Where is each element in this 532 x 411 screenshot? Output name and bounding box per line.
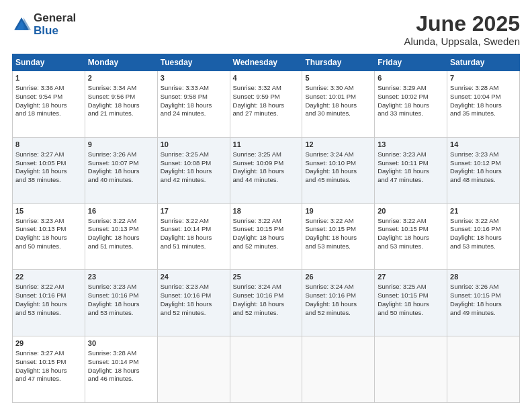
day-info-line: Sunrise: 3:28 AM bbox=[450, 84, 517, 93]
day-info-line: Daylight: 18 hours bbox=[161, 101, 227, 110]
day-number: 27 bbox=[378, 272, 444, 282]
day-info-line: and 45 minutes. bbox=[305, 176, 371, 185]
day-info-line: Sunset: 10:04 PM bbox=[450, 93, 517, 101]
day-info-line: and 49 minutes. bbox=[450, 309, 517, 318]
day-info-line: Sunrise: 3:22 AM bbox=[88, 217, 154, 226]
day-info-line: Daylight: 18 hours bbox=[305, 101, 371, 110]
day-info-line: and 46 minutes. bbox=[88, 375, 154, 383]
day-number: 9 bbox=[88, 140, 154, 150]
logo-general: General bbox=[34, 12, 76, 25]
day-info-line: Daylight: 18 hours bbox=[378, 167, 444, 176]
calendar-table: Sunday Monday Tuesday Wednesday Thursday… bbox=[12, 54, 520, 403]
calendar-day: 9Sunrise: 3:26 AMSunset: 10:07 PMDayligh… bbox=[85, 137, 157, 203]
day-info-line: Daylight: 18 hours bbox=[233, 234, 300, 242]
day-info-line: and 53 minutes. bbox=[305, 242, 371, 251]
day-info-line: Daylight: 18 hours bbox=[233, 300, 300, 309]
day-info-line: Daylight: 18 hours bbox=[378, 101, 444, 110]
day-info-line: Sunset: 10:02 PM bbox=[378, 93, 444, 101]
calendar-day: 22Sunrise: 3:22 AMSunset: 10:16 PMDaylig… bbox=[13, 270, 85, 336]
day-info-line: Daylight: 18 hours bbox=[378, 300, 444, 309]
day-number: 29 bbox=[15, 338, 82, 349]
day-info-line: Sunrise: 3:24 AM bbox=[305, 150, 371, 159]
day-info-line: Sunrise: 3:25 AM bbox=[233, 150, 300, 159]
calendar-day: 3Sunrise: 3:33 AMSunset: 9:58 PMDaylight… bbox=[157, 71, 230, 138]
day-info-line: Sunrise: 3:28 AM bbox=[88, 349, 154, 358]
day-info-line: Sunrise: 3:32 AM bbox=[233, 84, 300, 93]
calendar-day: 27Sunrise: 3:25 AMSunset: 10:15 PMDaylig… bbox=[375, 270, 447, 336]
calendar-week-row: 1Sunrise: 3:36 AMSunset: 9:54 PMDaylight… bbox=[13, 71, 520, 138]
day-info-line: Sunrise: 3:33 AM bbox=[161, 84, 227, 93]
day-info-line: and 27 minutes. bbox=[233, 109, 300, 118]
day-info-line: Sunset: 10:13 PM bbox=[15, 225, 82, 234]
day-info-line: and 51 minutes. bbox=[88, 242, 154, 251]
day-info-line: and 48 minutes. bbox=[450, 176, 517, 185]
day-info-line: and 33 minutes. bbox=[378, 109, 444, 118]
calendar-day: 17Sunrise: 3:22 AMSunset: 10:14 PMDaylig… bbox=[157, 203, 230, 270]
logo-text: General Blue bbox=[34, 12, 76, 37]
logo-blue: Blue bbox=[34, 25, 76, 38]
day-info-line: Daylight: 18 hours bbox=[88, 167, 154, 176]
calendar-day: 4Sunrise: 3:32 AMSunset: 9:59 PMDaylight… bbox=[230, 71, 302, 138]
day-number: 22 bbox=[15, 272, 82, 282]
day-info-line: and 47 minutes. bbox=[15, 375, 82, 383]
header-monday: Monday bbox=[85, 54, 157, 71]
day-info-line: Sunrise: 3:26 AM bbox=[450, 283, 517, 291]
day-info-line: and 52 minutes. bbox=[305, 309, 371, 318]
day-info-line: and 21 minutes. bbox=[88, 109, 154, 118]
day-info-line: Daylight: 18 hours bbox=[161, 300, 227, 309]
day-info-line: Sunset: 10:10 PM bbox=[305, 159, 371, 168]
day-info-line: and 53 minutes. bbox=[450, 242, 517, 251]
day-info-line: and 38 minutes. bbox=[15, 176, 82, 185]
day-number: 25 bbox=[233, 272, 300, 282]
day-info-line: Sunrise: 3:23 AM bbox=[88, 283, 154, 291]
day-number: 12 bbox=[305, 140, 371, 150]
day-info-line: Sunset: 9:58 PM bbox=[161, 93, 227, 101]
header-sunday: Sunday bbox=[13, 54, 85, 71]
day-info-line: Sunset: 10:07 PM bbox=[88, 159, 154, 168]
header-saturday: Saturday bbox=[447, 54, 520, 71]
day-number: 3 bbox=[161, 73, 227, 83]
day-info-line: Sunset: 10:15 PM bbox=[450, 291, 517, 300]
calendar-week-row: 22Sunrise: 3:22 AMSunset: 10:16 PMDaylig… bbox=[13, 270, 520, 336]
day-number: 19 bbox=[305, 206, 371, 216]
day-info-line: Daylight: 18 hours bbox=[161, 167, 227, 176]
day-number: 1 bbox=[15, 73, 82, 83]
calendar-day bbox=[302, 336, 375, 403]
day-number: 26 bbox=[305, 272, 371, 282]
calendar-day: 30Sunrise: 3:28 AMSunset: 10:14 PMDaylig… bbox=[85, 336, 157, 403]
calendar-week-row: 8Sunrise: 3:27 AMSunset: 10:05 PMDayligh… bbox=[13, 137, 520, 203]
day-info-line: and 50 minutes. bbox=[15, 242, 82, 251]
calendar-week-row: 29Sunrise: 3:27 AMSunset: 10:15 PMDaylig… bbox=[13, 336, 520, 403]
day-number: 13 bbox=[378, 140, 444, 150]
calendar-day: 15Sunrise: 3:23 AMSunset: 10:13 PMDaylig… bbox=[13, 203, 85, 270]
day-info-line: Sunset: 10:12 PM bbox=[450, 159, 517, 168]
day-number: 17 bbox=[161, 206, 227, 216]
calendar-day: 7Sunrise: 3:28 AMSunset: 10:04 PMDayligh… bbox=[447, 71, 520, 138]
calendar-day: 14Sunrise: 3:23 AMSunset: 10:12 PMDaylig… bbox=[447, 137, 520, 203]
day-info-line: Sunset: 10:15 PM bbox=[378, 225, 444, 234]
day-info-line: Sunset: 9:56 PM bbox=[88, 93, 154, 101]
header-tuesday: Tuesday bbox=[157, 54, 230, 71]
day-info-line: Sunrise: 3:23 AM bbox=[378, 150, 444, 159]
calendar-day: 8Sunrise: 3:27 AMSunset: 10:05 PMDayligh… bbox=[13, 137, 85, 203]
calendar-day: 25Sunrise: 3:24 AMSunset: 10:16 PMDaylig… bbox=[230, 270, 302, 336]
calendar-day: 10Sunrise: 3:25 AMSunset: 10:08 PMDaylig… bbox=[157, 137, 230, 203]
calendar-day: 16Sunrise: 3:22 AMSunset: 10:13 PMDaylig… bbox=[85, 203, 157, 270]
day-info-line: Sunrise: 3:22 AM bbox=[233, 217, 300, 226]
day-number: 16 bbox=[88, 206, 154, 216]
calendar-title: June 2025 bbox=[404, 12, 520, 36]
calendar-day bbox=[447, 336, 520, 403]
day-info-line: Sunrise: 3:24 AM bbox=[305, 283, 371, 291]
day-number: 5 bbox=[305, 73, 371, 83]
day-number: 10 bbox=[161, 140, 227, 150]
day-info-line: and 52 minutes. bbox=[161, 309, 227, 318]
day-number: 6 bbox=[378, 73, 444, 83]
header-wednesday: Wednesday bbox=[230, 54, 302, 71]
day-info-line: and 51 minutes. bbox=[161, 242, 227, 251]
calendar-day: 12Sunrise: 3:24 AMSunset: 10:10 PMDaylig… bbox=[302, 137, 375, 203]
svg-marker-2 bbox=[24, 17, 31, 30]
day-info-line: Sunset: 10:16 PM bbox=[450, 225, 517, 234]
day-info-line: Sunrise: 3:36 AM bbox=[15, 84, 82, 93]
day-info-line: Sunset: 10:15 PM bbox=[305, 225, 371, 234]
header-friday: Friday bbox=[375, 54, 447, 71]
